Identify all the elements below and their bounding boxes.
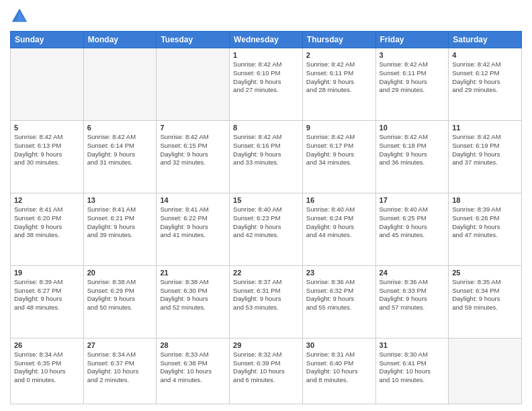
day-info: Sunrise: 8:42 AM Sunset: 6:13 PM Dayligh… [14, 133, 80, 167]
day-number: 31 [380, 341, 445, 349]
day-cell-10: 10Sunrise: 8:42 AM Sunset: 6:18 PM Dayli… [375, 120, 449, 193]
day-cell-18: 18Sunrise: 8:39 AM Sunset: 6:26 PM Dayli… [449, 193, 522, 265]
weekday-header-saturday: Saturday [449, 32, 522, 48]
day-cell-25: 25Sunrise: 8:35 AM Sunset: 6:34 PM Dayli… [449, 265, 522, 338]
day-info: Sunrise: 8:40 AM Sunset: 6:24 PM Dayligh… [306, 205, 372, 240]
day-number: 25 [452, 269, 518, 277]
day-info: Sunrise: 8:37 AM Sunset: 6:31 PM Dayligh… [233, 278, 299, 312]
day-info: Sunrise: 8:30 AM Sunset: 6:41 PM Dayligh… [380, 351, 445, 385]
day-info: Sunrise: 8:41 AM Sunset: 6:20 PM Dayligh… [14, 205, 80, 240]
calendar-body: 1Sunrise: 8:42 AM Sunset: 6:10 PM Daylig… [11, 48, 522, 404]
calendar-table: SundayMondayTuesdayWednesdayThursdayFrid… [10, 31, 522, 404]
day-cell-6: 6Sunrise: 8:42 AM Sunset: 6:14 PM Daylig… [83, 120, 157, 193]
day-info: Sunrise: 8:42 AM Sunset: 6:18 PM Dayligh… [380, 133, 445, 167]
day-number: 16 [306, 196, 372, 204]
day-cell-empty-0-2 [157, 48, 230, 121]
day-cell-empty-0-0 [11, 48, 84, 121]
day-info: Sunrise: 8:42 AM Sunset: 6:15 PM Dayligh… [160, 133, 226, 167]
day-number: 24 [380, 269, 445, 277]
day-info: Sunrise: 8:41 AM Sunset: 6:22 PM Dayligh… [160, 205, 226, 240]
day-info: Sunrise: 8:41 AM Sunset: 6:21 PM Dayligh… [87, 205, 153, 240]
day-cell-31: 31Sunrise: 8:30 AM Sunset: 6:41 PM Dayli… [375, 338, 449, 404]
day-info: Sunrise: 8:38 AM Sunset: 6:29 PM Dayligh… [87, 278, 153, 312]
day-cell-28: 28Sunrise: 8:33 AM Sunset: 6:38 PM Dayli… [157, 338, 230, 404]
day-info: Sunrise: 8:42 AM Sunset: 6:16 PM Dayligh… [233, 133, 299, 167]
day-cell-11: 11Sunrise: 8:42 AM Sunset: 6:19 PM Dayli… [449, 120, 522, 193]
day-number: 6 [87, 124, 153, 132]
day-number: 20 [87, 269, 153, 277]
logo [10, 7, 32, 26]
week-row-2: 5Sunrise: 8:42 AM Sunset: 6:13 PM Daylig… [11, 120, 522, 193]
day-cell-7: 7Sunrise: 8:42 AM Sunset: 6:15 PM Daylig… [157, 120, 230, 193]
weekday-header-thursday: Thursday [302, 32, 375, 48]
day-cell-20: 20Sunrise: 8:38 AM Sunset: 6:29 PM Dayli… [83, 265, 157, 338]
day-info: Sunrise: 8:33 AM Sunset: 6:38 PM Dayligh… [160, 351, 226, 385]
day-number: 5 [14, 124, 80, 132]
day-cell-30: 30Sunrise: 8:31 AM Sunset: 6:40 PM Dayli… [302, 338, 375, 404]
day-number: 8 [233, 124, 299, 132]
day-number: 17 [380, 196, 445, 204]
day-number: 4 [452, 51, 518, 59]
day-number: 30 [306, 341, 372, 349]
day-number: 28 [160, 341, 226, 349]
day-cell-empty-4-6 [449, 338, 522, 404]
day-info: Sunrise: 8:34 AM Sunset: 6:37 PM Dayligh… [87, 351, 153, 385]
day-cell-3: 3Sunrise: 8:42 AM Sunset: 6:11 PM Daylig… [375, 48, 449, 121]
day-number: 21 [160, 269, 226, 277]
day-cell-4: 4Sunrise: 8:42 AM Sunset: 6:12 PM Daylig… [449, 48, 522, 121]
day-cell-8: 8Sunrise: 8:42 AM Sunset: 6:16 PM Daylig… [230, 120, 303, 193]
day-cell-9: 9Sunrise: 8:42 AM Sunset: 6:17 PM Daylig… [302, 120, 375, 193]
weekday-header-row: SundayMondayTuesdayWednesdayThursdayFrid… [11, 32, 522, 48]
week-row-3: 12Sunrise: 8:41 AM Sunset: 6:20 PM Dayli… [11, 193, 522, 265]
day-number: 7 [160, 124, 226, 132]
day-number: 13 [87, 196, 153, 204]
day-number: 18 [452, 196, 518, 204]
day-cell-29: 29Sunrise: 8:32 AM Sunset: 6:39 PM Dayli… [230, 338, 303, 404]
weekday-header-friday: Friday [375, 32, 449, 48]
day-cell-1: 1Sunrise: 8:42 AM Sunset: 6:10 PM Daylig… [230, 48, 303, 121]
day-number: 15 [233, 196, 299, 204]
day-info: Sunrise: 8:39 AM Sunset: 6:26 PM Dayligh… [452, 205, 518, 240]
day-number: 19 [14, 269, 80, 277]
day-number: 9 [306, 124, 372, 132]
week-row-1: 1Sunrise: 8:42 AM Sunset: 6:10 PM Daylig… [11, 48, 522, 121]
day-info: Sunrise: 8:36 AM Sunset: 6:32 PM Dayligh… [306, 278, 372, 312]
day-number: 2 [306, 51, 372, 59]
day-info: Sunrise: 8:42 AM Sunset: 6:11 PM Dayligh… [380, 60, 445, 95]
day-cell-27: 27Sunrise: 8:34 AM Sunset: 6:37 PM Dayli… [83, 338, 157, 404]
day-number: 1 [233, 51, 299, 59]
day-cell-15: 15Sunrise: 8:40 AM Sunset: 6:23 PM Dayli… [230, 193, 303, 265]
day-cell-21: 21Sunrise: 8:38 AM Sunset: 6:30 PM Dayli… [157, 265, 230, 338]
day-cell-12: 12Sunrise: 8:41 AM Sunset: 6:20 PM Dayli… [11, 193, 84, 265]
day-info: Sunrise: 8:42 AM Sunset: 6:11 PM Dayligh… [306, 60, 372, 95]
day-info: Sunrise: 8:39 AM Sunset: 6:27 PM Dayligh… [14, 278, 80, 312]
day-info: Sunrise: 8:42 AM Sunset: 6:10 PM Dayligh… [233, 60, 299, 95]
day-cell-22: 22Sunrise: 8:37 AM Sunset: 6:31 PM Dayli… [230, 265, 303, 338]
day-number: 10 [380, 124, 445, 132]
day-cell-2: 2Sunrise: 8:42 AM Sunset: 6:11 PM Daylig… [302, 48, 375, 121]
day-cell-13: 13Sunrise: 8:41 AM Sunset: 6:21 PM Dayli… [83, 193, 157, 265]
day-cell-26: 26Sunrise: 8:34 AM Sunset: 6:35 PM Dayli… [11, 338, 84, 404]
day-cell-19: 19Sunrise: 8:39 AM Sunset: 6:27 PM Dayli… [11, 265, 84, 338]
day-info: Sunrise: 8:42 AM Sunset: 6:17 PM Dayligh… [306, 133, 372, 167]
week-row-4: 19Sunrise: 8:39 AM Sunset: 6:27 PM Dayli… [11, 265, 522, 338]
day-info: Sunrise: 8:42 AM Sunset: 6:19 PM Dayligh… [452, 133, 518, 167]
week-row-5: 26Sunrise: 8:34 AM Sunset: 6:35 PM Dayli… [11, 338, 522, 404]
day-number: 29 [233, 341, 299, 349]
day-cell-23: 23Sunrise: 8:36 AM Sunset: 6:32 PM Dayli… [302, 265, 375, 338]
day-info: Sunrise: 8:32 AM Sunset: 6:39 PM Dayligh… [233, 351, 299, 385]
day-number: 11 [452, 124, 518, 132]
day-cell-16: 16Sunrise: 8:40 AM Sunset: 6:24 PM Dayli… [302, 193, 375, 265]
day-number: 3 [380, 51, 445, 59]
weekday-header-tuesday: Tuesday [157, 32, 230, 48]
day-number: 23 [306, 269, 372, 277]
day-number: 26 [14, 341, 80, 349]
day-cell-24: 24Sunrise: 8:36 AM Sunset: 6:33 PM Dayli… [375, 265, 449, 338]
day-info: Sunrise: 8:40 AM Sunset: 6:25 PM Dayligh… [380, 205, 445, 240]
weekday-header-monday: Monday [83, 32, 157, 48]
day-info: Sunrise: 8:36 AM Sunset: 6:33 PM Dayligh… [380, 278, 445, 312]
day-cell-empty-0-1 [83, 48, 157, 121]
day-cell-14: 14Sunrise: 8:41 AM Sunset: 6:22 PM Dayli… [157, 193, 230, 265]
day-number: 27 [87, 341, 153, 349]
logo-icon [10, 7, 29, 26]
